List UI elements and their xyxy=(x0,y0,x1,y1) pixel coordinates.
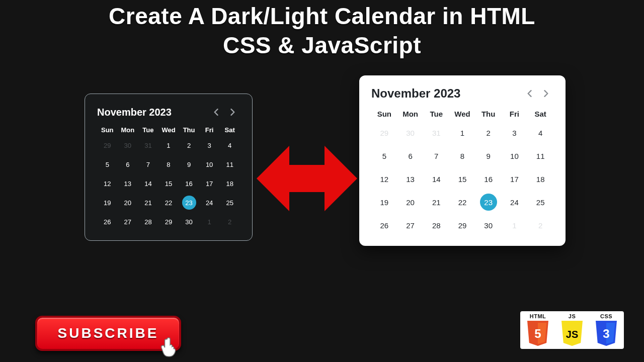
day-cell[interactable]: 14 xyxy=(140,174,156,193)
day-cell[interactable]: 17 xyxy=(504,167,524,191)
day-cell[interactable]: 8 xyxy=(160,155,177,174)
day-number: 16 xyxy=(484,175,493,184)
day-cell[interactable]: 2 xyxy=(478,121,499,144)
day-cell[interactable]: 11 xyxy=(530,144,550,167)
day-cell[interactable]: 30 xyxy=(181,212,197,231)
day-cell[interactable]: 30 xyxy=(400,121,421,144)
day-cell[interactable]: 25 xyxy=(530,191,550,214)
day-cell[interactable]: 13 xyxy=(120,174,136,193)
day-cell[interactable]: 3 xyxy=(504,121,524,144)
day-cell[interactable]: 1 xyxy=(452,121,472,144)
day-cell[interactable]: 15 xyxy=(160,174,177,193)
html5-badge: HTML 5 xyxy=(523,313,552,349)
day-number: 23 xyxy=(182,196,196,210)
day-cell[interactable]: 6 xyxy=(120,155,136,174)
day-cell[interactable]: 6 xyxy=(400,144,421,167)
day-cell[interactable]: 31 xyxy=(140,136,156,155)
day-cell[interactable]: 5 xyxy=(374,144,394,167)
day-cell[interactable]: 11 xyxy=(222,155,238,174)
subscribe-label: SUBSCRIBE xyxy=(58,325,159,341)
day-cell[interactable]: 15 xyxy=(452,167,472,191)
day-cell[interactable]: 22 xyxy=(452,191,472,214)
day-cell[interactable]: 28 xyxy=(140,212,156,231)
day-cell[interactable]: 29 xyxy=(452,214,472,237)
next-month-button[interactable] xyxy=(539,86,553,101)
weekday-row: SunMonTueWedThuFriSat xyxy=(97,126,240,134)
day-number: 31 xyxy=(432,129,441,137)
day-cell[interactable]: 22 xyxy=(160,193,177,212)
day-cell[interactable]: 25 xyxy=(222,193,238,212)
chevron-left-icon xyxy=(527,90,532,97)
day-cell[interactable]: 10 xyxy=(201,155,217,174)
day-cell[interactable]: 2 xyxy=(530,214,550,237)
day-cell[interactable]: 26 xyxy=(99,212,115,231)
day-cell[interactable]: 28 xyxy=(426,214,446,237)
day-cell[interactable]: 26 xyxy=(374,214,394,237)
day-cell[interactable]: 20 xyxy=(120,193,136,212)
day-cell[interactable]: 8 xyxy=(452,144,472,167)
day-cell[interactable]: 4 xyxy=(530,121,550,144)
day-cell[interactable]: 9 xyxy=(181,155,197,174)
day-cell[interactable]: 1 xyxy=(201,212,217,231)
day-cell[interactable]: 29 xyxy=(160,212,177,231)
day-cell[interactable]: 19 xyxy=(374,191,394,214)
day-cell[interactable]: 30 xyxy=(120,136,136,155)
day-number: 27 xyxy=(406,221,415,230)
day-cell[interactable]: 7 xyxy=(426,144,446,167)
day-cell[interactable]: 23 xyxy=(181,193,197,212)
day-number: 29 xyxy=(380,129,389,137)
day-cell[interactable]: 31 xyxy=(426,121,446,144)
prev-month-button[interactable] xyxy=(209,105,223,119)
day-number: 11 xyxy=(226,161,233,168)
day-cell[interactable]: 17 xyxy=(201,174,217,193)
day-number: 18 xyxy=(536,175,545,184)
day-cell[interactable]: 19 xyxy=(99,193,115,212)
day-cell[interactable]: 24 xyxy=(201,193,217,212)
day-cell[interactable]: 27 xyxy=(400,214,421,237)
day-cell[interactable]: 2 xyxy=(222,212,238,231)
day-cell[interactable]: 7 xyxy=(140,155,156,174)
day-cell[interactable]: 27 xyxy=(120,212,136,231)
day-cell[interactable]: 29 xyxy=(99,136,115,155)
day-number: 9 xyxy=(487,152,491,160)
weekday-label: Wed xyxy=(158,126,179,134)
days-grid: 2930311234567891011121314151617181920212… xyxy=(371,121,553,237)
day-cell[interactable]: 23 xyxy=(478,191,499,214)
day-cell[interactable]: 10 xyxy=(504,144,524,167)
day-cell[interactable]: 3 xyxy=(201,136,217,155)
day-number: 4 xyxy=(228,142,231,149)
weekday-label: Sat xyxy=(219,126,240,134)
day-cell[interactable]: 18 xyxy=(222,174,238,193)
day-cell[interactable]: 12 xyxy=(99,174,115,193)
day-cell[interactable]: 30 xyxy=(478,214,499,237)
day-cell[interactable]: 4 xyxy=(222,136,238,155)
day-cell[interactable]: 16 xyxy=(181,174,197,193)
day-number: 25 xyxy=(536,198,545,207)
day-cell[interactable]: 18 xyxy=(530,167,550,191)
day-cell[interactable]: 20 xyxy=(400,191,421,214)
day-cell[interactable]: 12 xyxy=(374,167,394,191)
day-number: 30 xyxy=(124,142,131,149)
day-cell[interactable]: 5 xyxy=(99,155,115,174)
day-cell[interactable]: 29 xyxy=(374,121,394,144)
day-cell[interactable]: 24 xyxy=(504,191,524,214)
day-number: 8 xyxy=(460,152,464,160)
day-cell[interactable]: 1 xyxy=(160,136,177,155)
prev-month-button[interactable] xyxy=(522,86,536,101)
css3-badge: CSS 3 xyxy=(592,313,621,349)
day-cell[interactable]: 9 xyxy=(478,144,499,167)
day-cell[interactable]: 21 xyxy=(426,191,446,214)
subscribe-button[interactable]: SUBSCRIBE xyxy=(35,316,181,351)
day-cell[interactable]: 2 xyxy=(181,136,197,155)
day-cell[interactable]: 13 xyxy=(400,167,421,191)
next-month-button[interactable] xyxy=(226,105,240,119)
day-cell[interactable]: 14 xyxy=(426,167,446,191)
day-number: 5 xyxy=(106,161,109,168)
day-number: 6 xyxy=(408,152,412,160)
day-number: 17 xyxy=(510,175,519,184)
day-number: 11 xyxy=(536,152,545,160)
day-cell[interactable]: 1 xyxy=(504,214,524,237)
day-cell[interactable]: 21 xyxy=(140,193,156,212)
day-number: 2 xyxy=(487,129,491,137)
day-cell[interactable]: 16 xyxy=(478,167,499,191)
